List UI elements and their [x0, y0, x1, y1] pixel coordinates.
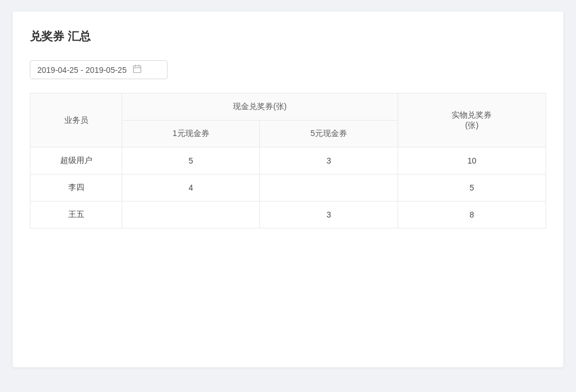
table-row: 王五38: [30, 201, 546, 228]
td-cash5: 3: [260, 148, 398, 174]
td-agent: 王五: [30, 201, 122, 228]
table-row: 李四45: [30, 174, 546, 201]
page-title: 兑奖券 汇总: [30, 29, 546, 44]
td-agent: 李四: [30, 174, 122, 201]
svg-rect-0: [133, 66, 141, 73]
td-cash5: [260, 174, 398, 201]
th-cash5: 5元现金券: [260, 121, 398, 148]
td-physical: 10: [398, 148, 546, 174]
td-cash5: 3: [260, 201, 398, 228]
th-physical-group: 实物兑奖券(张): [398, 94, 546, 148]
td-agent: 超级用户: [30, 148, 122, 174]
td-cash1: 5: [122, 148, 260, 174]
date-picker-row: 2019-04-25 - 2019-05-25: [30, 60, 546, 79]
th-cash1: 1元现金券: [122, 121, 260, 148]
td-cash1: [122, 201, 260, 228]
th-cash-group: 现金兑奖券(张): [122, 94, 398, 121]
date-picker[interactable]: 2019-04-25 - 2019-05-25: [30, 60, 168, 79]
table-row: 超级用户5310: [30, 148, 546, 174]
td-physical: 8: [398, 201, 546, 228]
date-picker-value: 2019-04-25 - 2019-05-25: [37, 65, 127, 75]
th-agent: 业务员: [30, 94, 122, 148]
td-physical: 5: [398, 174, 546, 201]
summary-table: 业务员 现金兑奖券(张) 实物兑奖券(张) 1元现金券 5元现金券 超级用户53…: [30, 93, 546, 228]
td-cash1: 4: [122, 174, 260, 201]
calendar-icon: [133, 64, 142, 75]
main-card: 兑奖券 汇总 2019-04-25 - 2019-05-25 业务员 现金兑奖券…: [13, 11, 563, 367]
